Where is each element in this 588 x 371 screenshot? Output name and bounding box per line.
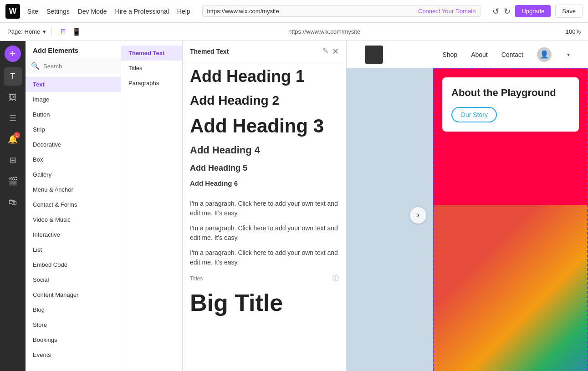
- paragraph-p1[interactable]: I'm a paragraph. Click here to add your …: [183, 196, 346, 221]
- zoom-level[interactable]: 100%: [566, 28, 581, 35]
- panel-item-video-music[interactable]: Video & Music: [26, 212, 121, 227]
- mobile-view-button[interactable]: 📱: [70, 25, 83, 38]
- user-icon: 👤: [540, 50, 549, 59]
- device-toggle: 🖥 📱: [57, 25, 83, 38]
- nav-dev-mode[interactable]: Dev Mode: [78, 8, 107, 15]
- content-panel-header: Themed Text ✎ ✕: [183, 41, 346, 62]
- nav-contact[interactable]: Contact: [501, 51, 523, 58]
- canvas-right-panels: About the Playground Our Story: [433, 68, 588, 371]
- panel-item-box[interactable]: Box: [26, 152, 121, 167]
- big-title-text[interactable]: Big Title: [183, 285, 346, 321]
- heading-h4[interactable]: Add Heading 4: [183, 141, 346, 160]
- heading-h5[interactable]: Add Heading 5: [183, 160, 346, 177]
- page-label: Page: Home: [7, 28, 40, 35]
- nav-help[interactable]: Help: [177, 8, 190, 15]
- panel-title: Add Elements: [26, 41, 121, 58]
- content-panel-header-icons: ✎ ✕: [322, 46, 339, 56]
- panel-item-decorative[interactable]: Decorative: [26, 137, 121, 152]
- carousel-next-button[interactable]: ›: [410, 207, 426, 224]
- panel-item-social[interactable]: Social: [26, 272, 121, 287]
- content-panel: Themed Text ✎ ✕ Add Heading 1Add Heading…: [183, 41, 347, 371]
- media-button[interactable]: 🎬: [4, 172, 22, 190]
- notification-badge: 1: [14, 132, 20, 138]
- headings-section: Add Heading 1Add Heading 2Add Heading 3A…: [183, 62, 346, 190]
- url-bar: Connect Your Domain: [202, 5, 481, 17]
- nav-settings[interactable]: Settings: [46, 8, 70, 15]
- store-button[interactable]: 🛍: [4, 193, 22, 211]
- panel-item-text[interactable]: Text: [26, 77, 121, 92]
- paragraphs-section: I'm a paragraph. Click here to add your …: [183, 196, 346, 270]
- save-button[interactable]: Save: [555, 5, 583, 18]
- edit-icon[interactable]: ✎: [322, 46, 328, 56]
- upgrade-button[interactable]: Upgrade: [515, 5, 551, 17]
- user-avatar[interactable]: 👤: [537, 47, 552, 62]
- heading-h2[interactable]: Add Heading 2: [183, 90, 346, 112]
- heading-h6[interactable]: Add Heading 6: [183, 177, 346, 190]
- toy-colorful-bg: [433, 205, 588, 371]
- search-icon: 🔍: [31, 62, 40, 70]
- main-area: + T 🖼 ☰ 🔔 1 ⊞ 🎬 🛍 Add Elements 🔍 ?: [0, 41, 588, 371]
- media-icon: 🎬: [8, 176, 18, 186]
- topbar-right: ↺ ↻ Upgrade Save: [492, 5, 583, 18]
- titles-info-icon[interactable]: ⓘ: [332, 274, 339, 283]
- store-icon: 🛍: [9, 198, 17, 207]
- heading-h1[interactable]: Add Heading 1: [183, 62, 346, 90]
- panel-search-bar: 🔍 ?: [26, 58, 121, 74]
- text-icon: T: [10, 72, 15, 81]
- separator: [51, 27, 52, 36]
- panel-item-menu-anchor[interactable]: Menu & Anchor: [26, 182, 121, 197]
- panel-item-events[interactable]: Events: [26, 347, 121, 362]
- page-chevron-icon: ▾: [43, 28, 46, 35]
- image-tool-button[interactable]: 🖼: [4, 88, 22, 107]
- nav-hire-professional[interactable]: Hire a Professional: [115, 8, 169, 15]
- undo-button[interactable]: ↺: [492, 6, 499, 16]
- apps-button[interactable]: ⊞: [4, 151, 22, 169]
- apps-icon: ⊞: [10, 155, 16, 165]
- panel-item-content-manager[interactable]: Content Manager: [26, 287, 121, 302]
- paragraph-p2[interactable]: I'm a paragraph. Click here to add your …: [183, 221, 346, 245]
- add-elements-button[interactable]: +: [5, 46, 21, 62]
- heading-h3[interactable]: Add Heading 3: [183, 112, 346, 141]
- panel-item-store[interactable]: Store: [26, 317, 121, 332]
- arrow-right-icon: ›: [417, 210, 419, 220]
- panel-item-blog[interactable]: Blog: [26, 302, 121, 317]
- panel-item-bookings[interactable]: Bookings: [26, 332, 121, 347]
- panel-item-gallery[interactable]: Gallery: [26, 167, 121, 182]
- user-menu-chevron[interactable]: ▾: [567, 51, 570, 58]
- text-tool-button[interactable]: T: [4, 67, 22, 86]
- panel-item-strip[interactable]: Strip: [26, 122, 121, 137]
- panel-item-image[interactable]: Image: [26, 92, 121, 107]
- panel-item-button[interactable]: Button: [26, 107, 121, 122]
- paragraphs-section-header: [183, 190, 346, 196]
- panel-item-list[interactable]: List: [26, 242, 121, 257]
- site-navigation: Shop About Contact 👤 ▾: [347, 41, 588, 68]
- sub-panel-item-paragraphs[interactable]: Paragraphs: [121, 76, 182, 91]
- about-playground-title: About the Playground: [451, 86, 570, 100]
- toolbar-url: https://www.wix.com/mysite: [88, 28, 560, 35]
- close-button[interactable]: ✕: [332, 46, 339, 56]
- panel-item-interactive[interactable]: Interactive: [26, 227, 121, 242]
- pages-icon: ☰: [9, 113, 16, 123]
- left-icon-bar: + T 🖼 ☰ 🔔 1 ⊞ 🎬 🛍: [0, 41, 26, 371]
- url-input[interactable]: [207, 8, 415, 15]
- our-story-button[interactable]: Our Story: [451, 107, 497, 122]
- nav-site[interactable]: Site: [27, 8, 38, 15]
- paragraph-p3[interactable]: I'm a paragraph. Click here to add your …: [183, 245, 346, 270]
- connect-domain-link[interactable]: Connect Your Domain: [418, 8, 476, 15]
- redo-button[interactable]: ↻: [504, 6, 511, 16]
- sub-panel-item-titles[interactable]: Titles: [121, 61, 182, 76]
- nav-shop[interactable]: Shop: [442, 51, 457, 58]
- sub-panel-item-themed-text[interactable]: Themed Text: [121, 46, 182, 61]
- wix-logo: W: [5, 4, 20, 19]
- notifications-button[interactable]: 🔔 1: [4, 130, 22, 148]
- page-selector[interactable]: Page: Home ▾: [7, 28, 46, 35]
- panel-item-contact-forms[interactable]: Contact & Forms: [26, 197, 121, 212]
- titles-label: Titles: [190, 275, 203, 282]
- search-input[interactable]: [43, 63, 120, 70]
- about-playground-card: About the Playground Our Story: [442, 77, 579, 132]
- nav-about[interactable]: About: [471, 51, 488, 58]
- panel-item-embed-code[interactable]: Embed Code: [26, 257, 121, 272]
- pages-tool-button[interactable]: ☰: [4, 109, 22, 127]
- desktop-view-button[interactable]: 🖥: [57, 25, 68, 38]
- image-icon: 🖼: [9, 93, 17, 102]
